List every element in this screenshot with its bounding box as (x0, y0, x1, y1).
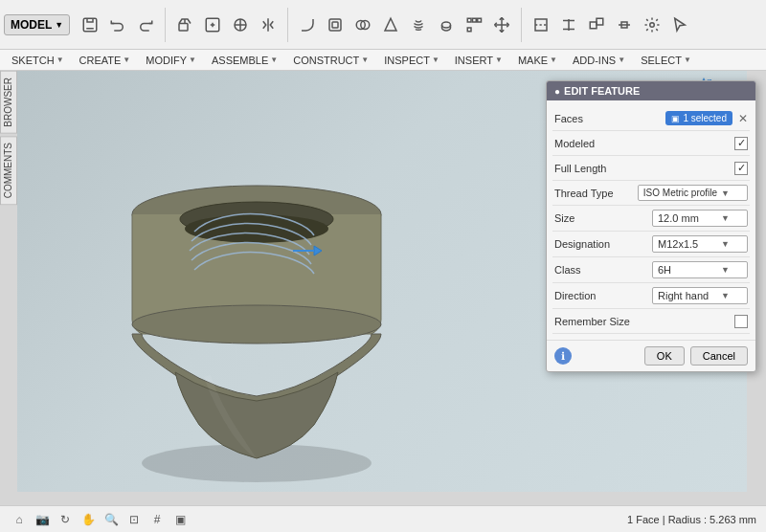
save-icon[interactable] (77, 8, 103, 42)
home-icon[interactable]: ⌂ (10, 510, 29, 529)
select-face-icon: ▣ (671, 114, 680, 123)
make-arrow: ▼ (550, 55, 557, 64)
menu-make[interactable]: MAKE ▼ (510, 53, 565, 68)
info-button[interactable]: ℹ (554, 347, 572, 365)
menu-construct[interactable]: CONSTRUCT ▼ (285, 53, 376, 68)
direction-row: Direction Right hand ▼ (552, 283, 750, 309)
direction-text: Right hand (658, 290, 709, 301)
size-label: Size (554, 212, 621, 224)
thread-type-value: ISO Metric profile ▼ (621, 185, 748, 201)
faces-count: 1 selected (683, 113, 727, 123)
construct-arrow: ▼ (361, 55, 369, 64)
create-arrow: ▼ (123, 55, 130, 64)
modify-tools-group (294, 8, 515, 42)
grid-icon[interactable]: # (147, 510, 167, 529)
shell-icon[interactable] (322, 8, 349, 42)
main-toolbar: MODEL ▼ (0, 0, 766, 50)
size-row: Size 12.0 mm ▼ (552, 206, 750, 232)
pattern-icon[interactable] (461, 8, 487, 42)
remember-size-checkbox[interactable] (734, 315, 748, 328)
modify-arrow: ▼ (189, 55, 196, 64)
section-icon[interactable] (528, 8, 554, 42)
comments-tab[interactable]: COMMENTS (0, 136, 17, 205)
menu-create[interactable]: CREATE ▼ (72, 53, 139, 68)
side-panel-tabs: BROWSER COMMENTS (0, 71, 17, 262)
panel-title: EDIT FEATURE (564, 85, 640, 97)
menubar: SKETCH ▼ CREATE ▼ MODIFY ▼ ASSEMBLE ▼ CO… (0, 50, 766, 71)
modeled-value (621, 137, 748, 150)
designation-text: M12x1.5 (658, 238, 698, 250)
remember-size-value (630, 315, 748, 328)
full-length-value (621, 162, 748, 175)
direction-arrow: ▼ (721, 291, 730, 300)
separator-3 (521, 8, 522, 42)
thread-icon[interactable] (405, 8, 432, 42)
undo-icon[interactable] (104, 8, 131, 42)
extra-tools-group (528, 8, 693, 42)
create-tools-group (171, 8, 282, 42)
scale-icon[interactable] (583, 8, 610, 42)
draft-icon[interactable] (377, 8, 404, 42)
faces-row: Faces ▣ 1 selected ✕ (552, 106, 750, 131)
3d-object (65, 90, 496, 492)
panel-header-icon: ● (554, 86, 560, 97)
menu-select[interactable]: SELECT ▼ (633, 53, 699, 68)
pan-icon[interactable]: ✋ (79, 510, 98, 529)
select-icon[interactable] (666, 8, 693, 42)
direction-dropdown[interactable]: Right hand ▼ (652, 287, 748, 304)
align-icon[interactable] (611, 8, 638, 42)
menu-modify[interactable]: MODIFY ▼ (138, 53, 204, 68)
zoom-fit-icon[interactable]: ⊡ (124, 510, 144, 529)
menu-addins[interactable]: ADD-INS ▼ (565, 53, 633, 68)
designation-dropdown[interactable]: M12x1.5 ▼ (652, 235, 748, 253)
settings-icon[interactable] (639, 8, 665, 42)
full-length-checkbox[interactable] (734, 162, 748, 175)
size-arrow: ▼ (721, 213, 730, 223)
insert-arrow: ▼ (495, 55, 503, 64)
menu-assemble[interactable]: ASSEMBLE ▼ (204, 53, 285, 68)
ok-button[interactable]: OK (644, 346, 685, 366)
redo-icon[interactable] (132, 8, 159, 42)
svg-rect-19 (591, 22, 597, 29)
thread-type-arrow: ▼ (721, 188, 730, 198)
direction-label: Direction (554, 290, 621, 301)
camera-icon[interactable]: 📷 (33, 510, 52, 529)
status-bar: ⌂ 📷 ↻ ✋ 🔍 ⊡ # ▣ 1 Face | Radius : 5.263 … (0, 505, 766, 532)
faces-badge[interactable]: ▣ 1 selected (665, 111, 732, 125)
size-text: 12.0 mm (658, 212, 699, 224)
designation-value: M12x1.5 ▼ (621, 235, 748, 253)
class-arrow: ▼ (721, 265, 730, 275)
svg-point-11 (442, 22, 451, 28)
sketch-icon[interactable] (199, 8, 226, 42)
class-label: Class (554, 264, 621, 276)
svg-point-23 (650, 22, 655, 27)
modeled-checkbox[interactable] (734, 137, 748, 150)
mirror-icon[interactable] (255, 8, 282, 42)
clear-faces-icon[interactable]: ✕ (738, 112, 748, 125)
undo-redo-group (77, 8, 159, 42)
extrude-icon[interactable] (171, 8, 198, 42)
hole-icon[interactable] (433, 8, 460, 42)
model-button[interactable]: MODEL ▼ (4, 14, 70, 35)
menu-sketch[interactable]: SKETCH ▼ (4, 53, 72, 68)
browser-tab[interactable]: BROWSER (0, 71, 17, 134)
zoom-icon[interactable]: 🔍 (101, 510, 121, 529)
assemble-arrow: ▼ (270, 55, 278, 64)
cancel-button[interactable]: Cancel (690, 346, 748, 366)
fillet-icon[interactable] (294, 8, 321, 42)
thread-type-dropdown[interactable]: ISO Metric profile ▼ (638, 185, 748, 201)
size-value: 12.0 mm ▼ (621, 210, 748, 227)
class-dropdown[interactable]: 6H ▼ (652, 261, 748, 278)
display-icon[interactable]: ▣ (170, 510, 190, 529)
menu-insert[interactable]: INSERT ▼ (447, 53, 510, 68)
orbit-icon[interactable]: ↻ (56, 510, 75, 529)
split-icon[interactable] (555, 8, 582, 42)
thread-type-text: ISO Metric profile (643, 188, 717, 198)
full-length-row: Full Length (552, 156, 750, 181)
menu-inspect[interactable]: INSPECT ▼ (376, 53, 447, 68)
move-icon[interactable] (488, 8, 515, 42)
panel-footer: ℹ OK Cancel (547, 340, 755, 371)
combine-icon[interactable] (349, 8, 376, 42)
component-icon[interactable] (227, 8, 254, 42)
size-dropdown[interactable]: 12.0 mm ▼ (652, 210, 748, 227)
